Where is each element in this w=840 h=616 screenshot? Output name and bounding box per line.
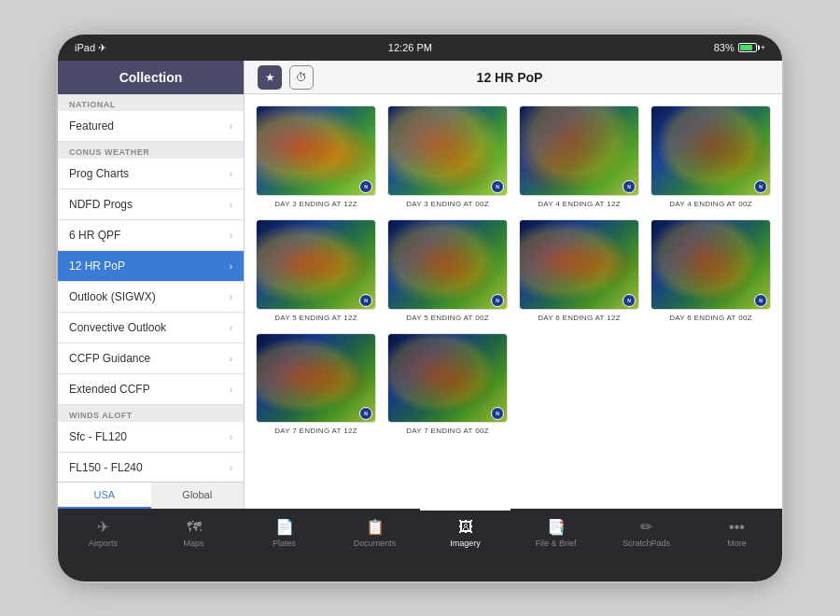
sidebar-footer: USA Global [58,482,244,509]
sidebar-item-6hr-qpf[interactable]: 6 HR QPF › [58,220,244,251]
chevron-icon: › [230,261,232,272]
grid-item-d3-12z[interactable]: N DAY 3 ENDING AT 12Z [256,105,376,208]
grid-label: DAY 3 ENDING AT 00Z [406,200,489,208]
noaa-logo: N [491,180,504,193]
sidebar-item-12hr-pop[interactable]: 12 HR PoP › [58,251,244,282]
sidebar-item-label: Sfc - FL120 [69,430,127,443]
sidebar-item-label: Prog Charts [69,167,129,180]
more-label: More [727,539,747,548]
sidebar-header: Collection [58,61,244,94]
airports-label: Airports [89,539,118,548]
tab-plates[interactable]: 📄 Plates [239,509,329,555]
more-icon: ••• [729,519,745,536]
weather-map-image: N [519,219,639,310]
tab-global[interactable]: Global [151,483,245,509]
grid-item-d7-12z[interactable]: N DAY 7 ENDING AT 12Z [256,333,376,436]
battery-icon [738,43,757,52]
plates-label: Plates [273,539,296,548]
grid-label: DAY 7 ENDING AT 00Z [406,427,489,435]
weather-map-image: N [256,219,376,310]
sidebar-item-outlook-sigwx[interactable]: Outlook (SIGWX) › [58,282,244,313]
status-bar-right: 83% + [714,42,765,53]
grid-item-d4-12z[interactable]: N DAY 4 ENDING AT 12Z [519,105,639,208]
battery-fill [740,45,752,50]
tab-file-brief[interactable]: 📑 File & Brief [511,509,601,555]
weather-map-image: N [387,105,508,196]
sidebar-item-convective[interactable]: Convective Outlook › [58,313,244,343]
grid-label: DAY 5 ENDING AT 00Z [406,314,489,322]
ipad-bottom-bar [58,555,782,581]
sidebar-item-label: Outlook (SIGWX) [69,290,156,303]
file-brief-icon: 📑 [547,518,566,536]
chevron-icon: › [230,231,232,241]
status-bar: iPad ✈ 12:26 PM 83% + [58,35,782,61]
grid-label: DAY 7 ENDING AT 12Z [274,427,357,435]
documents-label: Documents [354,539,397,548]
main-panel: ★ ⏱ 12 HR PoP N [245,61,782,509]
weather-map-image: N [256,333,376,424]
chevron-icon: › [230,200,232,210]
sidebar-item-label: Convective Outlook [69,321,166,334]
sidebar-item-label: CCFP Guidance [69,352,150,365]
imagery-label: Imagery [450,539,481,548]
sidebar-item-sfc-fl120[interactable]: Sfc - FL120 › [58,422,244,453]
grid-item-d4-00z[interactable]: N DAY 4 ENDING AT 00Z [651,105,771,208]
chevron-icon: › [230,463,232,473]
clock-button[interactable]: ⏱ [289,65,314,90]
sidebar-item-label: FL150 - FL240 [69,461,143,474]
tab-airports[interactable]: ✈ Airports [58,509,148,555]
weather-map-image: N [651,219,771,310]
tab-documents[interactable]: 📋 Documents [329,509,420,555]
sidebar-item-featured[interactable]: Featured › [58,111,244,142]
tab-global-label: Global [182,489,212,500]
sidebar-item-ndfd-progs[interactable]: NDFD Progs › [58,189,244,220]
file-brief-label: File & Brief [535,539,576,548]
grid-label: DAY 6 ENDING AT 00Z [669,314,752,322]
star-button[interactable]: ★ [258,65,282,90]
sidebar: Collection NATIONAL Featured › CONUS WEA… [58,61,245,509]
tab-scratchpads[interactable]: ✏ ScratchPads [601,509,692,555]
tab-maps[interactable]: 🗺 Maps [148,509,239,555]
weather-map-image: N [651,105,771,196]
noaa-logo: N [754,294,767,307]
noaa-logo: N [359,180,372,193]
tab-imagery[interactable]: 🖼 Imagery [420,509,511,555]
sidebar-item-fl150-fl240[interactable]: FL150 - FL240 › [58,453,244,482]
chevron-icon: › [230,323,232,333]
grid-label: DAY 3 ENDING AT 12Z [274,200,357,208]
sidebar-item-label: 12 HR PoP [69,259,125,273]
noaa-logo: N [754,180,767,193]
scratchpads-icon: ✏ [640,518,652,536]
weather-map-image: N [387,333,508,424]
battery-text: 83% [714,42,735,53]
grid-label: DAY 6 ENDING AT 12Z [538,314,621,322]
noaa-logo: N [623,294,636,307]
star-icon: ★ [265,71,275,84]
clock-icon: ⏱ [296,71,307,84]
sidebar-content[interactable]: NATIONAL Featured › CONUS WEATHER Prog C… [58,94,244,482]
section-conus: CONUS WEATHER [58,142,244,159]
noaa-logo: N [491,294,504,307]
tab-more[interactable]: ••• More [692,509,782,555]
grid-item-d3-00z[interactable]: N DAY 3 ENDING AT 00Z [387,105,508,208]
grid-item-d7-00z[interactable]: N DAY 7 ENDING AT 00Z [387,333,508,436]
imagery-icon: 🖼 [458,519,473,536]
sidebar-item-extended-ccfp[interactable]: Extended CCFP › [58,374,244,405]
sidebar-item-ccfp[interactable]: CCFP Guidance › [58,343,244,374]
sidebar-item-prog-charts[interactable]: Prog Charts › [58,159,244,189]
grid-item-d6-00z[interactable]: N DAY 6 ENDING AT 00Z [651,219,771,322]
grid-item-d5-00z[interactable]: N DAY 5 ENDING AT 00Z [387,219,508,322]
tab-usa[interactable]: USA [58,483,151,509]
scratchpads-label: ScratchPads [623,539,670,548]
maps-icon: 🗺 [187,519,202,536]
charge-icon: + [761,43,765,52]
sidebar-item-label: 6 HR QPF [69,229,120,242]
grid-label: DAY 4 ENDING AT 00Z [669,200,752,208]
grid-item-d6-12z[interactable]: N DAY 6 ENDING AT 12Z [519,219,639,322]
grid-item-d5-12z[interactable]: N DAY 5 ENDING AT 12Z [256,219,376,322]
section-winds: WINDS ALOFT [58,405,244,422]
main-title: 12 HR PoP [314,70,706,85]
status-bar-time: 12:26 PM [388,42,432,53]
sidebar-item-label: NDFD Progs [69,198,133,211]
ipad-content: Collection NATIONAL Featured › CONUS WEA… [58,61,782,509]
